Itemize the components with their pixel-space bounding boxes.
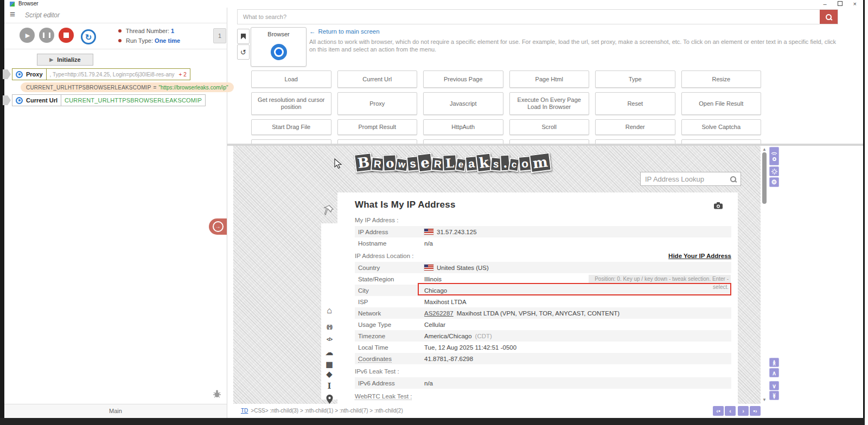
scrollbar-thumb[interactable] — [762, 152, 767, 204]
action-button-execute-on-load[interactable]: Execute On Every Page Load In Browser — [509, 92, 590, 115]
javascript-code-icon[interactable]: </> — [321, 337, 337, 342]
image-icon[interactable]: ▦ — [321, 360, 337, 368]
row-value: n/a — [424, 380, 433, 387]
fonts-icon[interactable]: I — [321, 382, 337, 390]
action-button-proxy[interactable]: Proxy — [337, 92, 418, 115]
proxy-block-label-cell: Proxy — [12, 68, 46, 80]
row-label: Network — [355, 310, 421, 317]
window-title: Browser — [18, 1, 39, 7]
selector-next-button[interactable]: › — [738, 406, 749, 416]
main-tab-label: Main — [109, 408, 122, 414]
table-row-coordinates: Coordinates 41.8781,-87.6298 — [355, 353, 731, 364]
browser-element-card[interactable]: Browser — [251, 27, 307, 67]
action-button-stub[interactable] — [423, 139, 503, 144]
us-flag-icon — [424, 229, 433, 235]
search-input[interactable] — [238, 10, 830, 24]
action-button-page-html[interactable]: Page Html — [509, 70, 590, 88]
selector-first-button[interactable]: ‹• — [713, 406, 724, 416]
action-button-stub[interactable] — [337, 139, 418, 144]
row-value: Illinois — [424, 276, 442, 282]
search-button[interactable] — [820, 10, 838, 24]
action-button-render[interactable]: Render — [595, 119, 675, 135]
action-button-stub[interactable] — [251, 139, 331, 144]
move-up-button[interactable]: ∧ — [769, 368, 779, 377]
scrollbar-down-arrow[interactable]: ▼ — [762, 397, 767, 402]
action-button-current-url[interactable]: Current Url — [337, 70, 418, 88]
initialize-label: Initialize — [57, 56, 80, 63]
collapse-panel-tab[interactable]: → — [209, 218, 227, 235]
left-arrow-icon: ← — [309, 28, 316, 35]
action-button-stub[interactable] — [509, 139, 590, 144]
action-button-solve-captcha[interactable]: Solve Captcha — [681, 119, 762, 135]
search-icon — [826, 14, 832, 20]
action-button-previous-page[interactable]: Previous Page — [423, 70, 503, 88]
selector-prev-button[interactable]: ‹ — [725, 406, 736, 416]
current-url-block[interactable]: Current Url CURRENT_URLHTTPSBROWSERLEAKS… — [12, 94, 206, 106]
move-down-button[interactable]: ∨ — [769, 381, 779, 390]
restart-button[interactable]: ↻ — [81, 29, 96, 44]
action-button-prompt-result[interactable]: Prompt Result — [337, 119, 418, 135]
script-editor-title: Script editor — [25, 11, 60, 19]
close-button[interactable]: × — [853, 0, 857, 8]
row-value-suffix: (CDT) — [475, 333, 492, 339]
initialize-block[interactable]: ▶ Initialize — [37, 54, 93, 66]
minimize-button[interactable]: – — [823, 0, 826, 8]
return-to-main-link[interactable]: ← Return to main screen — [309, 28, 380, 35]
settings-button[interactable]: ⚙ — [769, 177, 779, 187]
gear-icon: ⚙ — [771, 180, 777, 184]
ip-lookup-search — [640, 172, 741, 186]
scrollbar-up-arrow[interactable]: ▲ — [762, 147, 767, 152]
stop-button[interactable] — [59, 28, 74, 43]
action-button-open-file-result[interactable]: Open File Result — [681, 92, 762, 115]
thread-count-badge[interactable]: 1 — [213, 28, 226, 43]
tab-main[interactable]: Main — [4, 404, 227, 417]
action-button-httpauth[interactable]: HttpAuth — [423, 119, 503, 135]
search-icon[interactable] — [730, 176, 736, 182]
canvas-icon[interactable]: ☁ — [321, 349, 337, 356]
action-button-stub[interactable] — [681, 139, 762, 144]
action-button-javascript[interactable]: Javascript — [423, 92, 503, 115]
center-element-button[interactable] — [769, 166, 779, 176]
pin-tool-icon[interactable] — [323, 204, 334, 218]
maximize-button[interactable] — [838, 0, 843, 8]
jump-parent-up-button[interactable]: ∧ ∧ — [769, 358, 779, 367]
action-button-stub[interactable] — [595, 139, 675, 144]
webgl-box-icon[interactable]: ◆ — [321, 370, 337, 378]
proxy-block[interactable]: Proxy , Type=http://51.79.24.25, Login=p… — [12, 68, 190, 80]
proxy-block-label: Proxy — [26, 71, 43, 78]
thread-number-label: Thread Number: — [126, 28, 169, 34]
action-button-start-drag-file[interactable]: Start Drag File — [251, 119, 331, 135]
td-tag-link[interactable]: TD — [241, 408, 248, 414]
action-button-reset[interactable]: Reset — [595, 92, 675, 115]
camera-icon[interactable] — [714, 202, 723, 211]
play-button[interactable]: ▶ — [20, 28, 35, 43]
pause-button[interactable] — [39, 28, 54, 43]
variable-value: "https://browserleaks.com/ip" — [158, 85, 228, 91]
us-flag-icon — [424, 265, 433, 271]
asn-link[interactable]: AS262287 — [424, 310, 454, 317]
row-value: America/Chicago — [424, 333, 472, 339]
action-button-resize[interactable]: Resize — [681, 70, 762, 88]
browserleaks-logo[interactable]: BRowseRLeaks.com — [355, 153, 550, 172]
selector-last-button[interactable]: •› — [750, 406, 761, 416]
network-activity-button[interactable] — [769, 147, 779, 165]
action-button-get-resolution[interactable]: Get resolution and cursor position — [251, 92, 331, 115]
current-url-label: Current Url — [26, 97, 58, 104]
table-row-country: Country United States (US) — [355, 262, 731, 273]
compress-icon — [771, 169, 777, 175]
webrtc-signal-icon[interactable]: ((•)) — [321, 325, 337, 330]
home-icon[interactable]: ⌂ — [321, 306, 337, 315]
menu-icon[interactable]: ≡ — [10, 9, 15, 20]
bookmark-button[interactable] — [237, 29, 250, 44]
jump-child-down-button[interactable]: ∨ ∨ — [769, 391, 779, 400]
action-button-scroll[interactable]: Scroll — [509, 119, 590, 135]
hide-ip-link[interactable]: Hide Your IP Address — [668, 253, 731, 259]
ip-lookup-input[interactable] — [641, 175, 730, 183]
geolocation-icon[interactable] — [321, 395, 337, 404]
debug-bug-icon[interactable] — [212, 389, 222, 401]
action-button-load[interactable]: Load — [251, 70, 331, 88]
row-value: Maxihost LTDA — [424, 299, 467, 305]
row-label: Coordinates — [355, 356, 421, 362]
history-undo-button[interactable]: ↺ — [237, 44, 250, 60]
action-button-type[interactable]: Type — [595, 70, 675, 88]
